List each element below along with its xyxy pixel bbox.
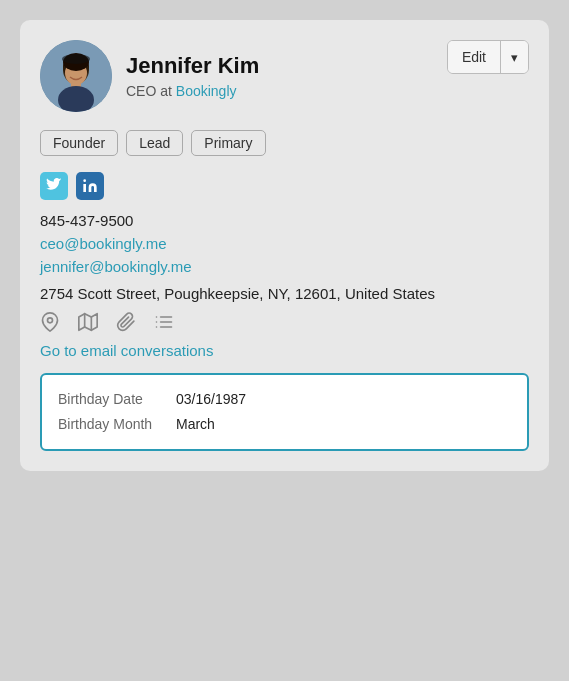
svg-marker-10	[79, 314, 97, 331]
tags-row: Founder Lead Primary	[40, 130, 529, 156]
email-conversations-link[interactable]: Go to email conversations	[40, 342, 213, 359]
company-link[interactable]: Bookingly	[176, 83, 237, 99]
tag-primary: Primary	[191, 130, 265, 156]
svg-point-9	[48, 318, 53, 323]
action-icons-row	[40, 312, 529, 332]
tag-lead: Lead	[126, 130, 183, 156]
svg-point-7	[62, 54, 90, 64]
person-name: Jennifer Kim	[126, 53, 259, 79]
birthday-date-value: 03/16/1987	[176, 387, 246, 412]
edit-dropdown-button[interactable]: ▾	[501, 41, 528, 73]
birthday-date-row: Birthday Date 03/16/1987	[58, 387, 511, 412]
email-1[interactable]: ceo@bookingly.me	[40, 235, 529, 252]
linkedin-icon[interactable]	[76, 172, 104, 200]
profile-section: Jennifer Kim CEO at Bookingly	[40, 40, 259, 112]
list-icon[interactable]	[154, 312, 174, 332]
edit-button[interactable]: Edit	[448, 41, 501, 73]
header-row: Jennifer Kim CEO at Bookingly Edit ▾	[40, 40, 529, 112]
tag-founder: Founder	[40, 130, 118, 156]
birthday-box: Birthday Date 03/16/1987 Birthday Month …	[40, 373, 529, 451]
birthday-month-value: March	[176, 412, 215, 437]
edit-button-group[interactable]: Edit ▾	[447, 40, 529, 74]
map-icon[interactable]	[78, 312, 98, 332]
person-title: CEO at Bookingly	[126, 83, 259, 99]
info-section: 845-437-9500 ceo@bookingly.me jennifer@b…	[40, 212, 529, 304]
phone-number: 845-437-9500	[40, 212, 529, 229]
svg-point-8	[83, 179, 86, 182]
birthday-month-row: Birthday Month March	[58, 412, 511, 437]
attachment-icon[interactable]	[116, 312, 136, 332]
name-section: Jennifer Kim CEO at Bookingly	[126, 53, 259, 98]
avatar	[40, 40, 112, 112]
social-row	[40, 172, 529, 200]
birthday-month-label: Birthday Month	[58, 412, 168, 437]
email-2[interactable]: jennifer@bookingly.me	[40, 258, 529, 275]
location-icon[interactable]	[40, 312, 60, 332]
address: 2754 Scott Street, Poughkeepsie, NY, 126…	[40, 283, 529, 304]
chevron-down-icon: ▾	[511, 50, 518, 65]
contact-card: Jennifer Kim CEO at Bookingly Edit ▾ Fou…	[20, 20, 549, 471]
birthday-date-label: Birthday Date	[58, 387, 168, 412]
twitter-icon[interactable]	[40, 172, 68, 200]
